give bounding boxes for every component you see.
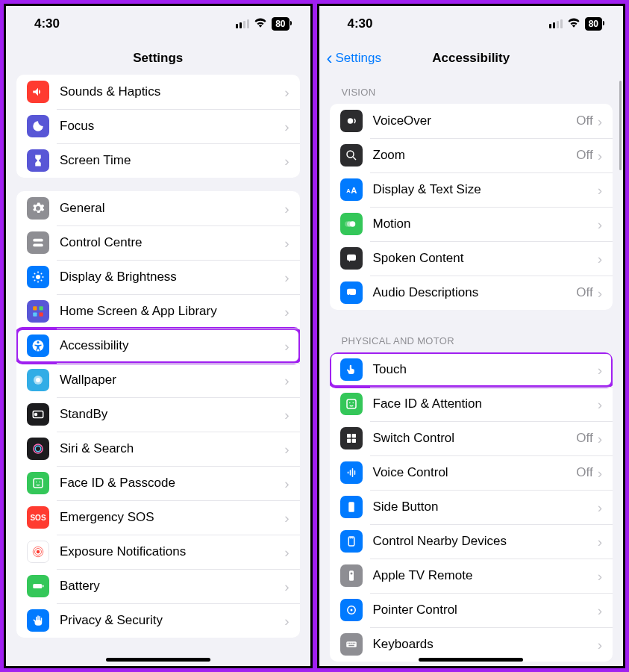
list-group: General › Control Centre › Display & Bri… [16,191,300,638]
svg-rect-55 [349,570,354,581]
row-voiceover[interactable]: VoiceOver Off › [330,104,613,138]
row-pointer-control[interactable]: Pointer Control › [330,593,613,627]
page-title: Accessibility [432,51,510,66]
svg-rect-53 [354,504,356,507]
row-display-brightness[interactable]: Display & Brightness › [16,260,300,294]
row-side-button[interactable]: Side Button › [330,490,613,524]
label: Voice Control [373,465,577,480]
battery-icon [27,575,49,597]
value: Off [576,431,592,446]
settings-list[interactable]: Sounds & Haptics › Focus › Screen Time ›… [6,75,310,666]
row-privacy-security[interactable]: Privacy & Security › [16,603,300,638]
row-siri-search[interactable]: Siri & Search › [16,432,300,466]
svg-line-10 [41,273,43,275]
svg-point-31 [347,118,353,124]
svg-rect-14 [40,313,43,317]
svg-rect-47 [351,439,355,443]
chevron-right-icon: › [598,286,602,300]
row-keyboards[interactable]: Keyboards › [330,627,613,662]
accessibility-screen: 4:30 80 ‹ Settings Accessibility VISION … [317,4,626,668]
row-switch-control[interactable]: Switch Control Off › [330,421,613,455]
battery-indicator: 80 [272,17,289,31]
list-group: Touch › Face ID & Attention › Switch Con… [330,352,613,662]
svg-point-20 [34,413,38,417]
svg-point-38 [345,221,351,227]
row-focus[interactable]: Focus › [16,109,300,143]
svg-rect-41 [347,399,356,408]
svg-line-8 [41,280,43,281]
value: Off [576,148,592,163]
page-title: Settings [133,51,183,66]
label: Display & Text Size [373,182,598,197]
status-bar: 4:30 80 [319,6,624,42]
brightness-icon [27,266,49,288]
label: Audio Descriptions [373,285,577,300]
accessibility-list[interactable]: VISION VoiceOver Off › Zoom Off › AA Dis… [319,75,624,666]
face-id-icon [27,472,49,494]
accessibility-icon [27,335,49,357]
svg-point-43 [352,402,354,404]
section-header-physical: PHYSICAL AND MOTOR [330,323,613,352]
row-accessibility[interactable]: Accessibility › [16,329,300,363]
svg-point-24 [36,482,37,483]
label: Accessibility [60,338,284,353]
svg-rect-63 [352,643,354,644]
row-motion[interactable]: Motion › [330,207,613,241]
row-audio-descriptions[interactable]: Audio Descriptions Off › [330,276,613,310]
svg-rect-13 [33,313,37,317]
status-time: 4:30 [34,16,60,31]
row-touch[interactable]: Touch › [330,352,613,387]
label: Battery [60,579,284,594]
sounds-icon [27,81,49,103]
svg-rect-62 [351,643,352,644]
row-voice-control[interactable]: Voice Control Off › [330,455,613,490]
value: Off [576,113,592,128]
row-wallpaper[interactable]: Wallpaper › [16,363,300,397]
svg-point-25 [40,482,41,483]
screen-time-icon [27,149,49,172]
row-display-text-size[interactable]: AA Display & Text Size › [330,172,613,207]
row-emergency-sos[interactable]: SOS Emergency SOS › [16,500,300,535]
list-group: VoiceOver Off › Zoom Off › AA Display & … [330,104,613,310]
label: Keyboards [373,637,598,652]
home-indicator[interactable] [419,658,523,662]
row-battery[interactable]: Battery › [16,569,300,603]
home-indicator[interactable] [106,658,210,662]
chevron-right-icon: › [284,339,289,353]
svg-rect-52 [348,502,354,512]
row-standby[interactable]: StandBy › [16,397,300,432]
label: Face ID & Attention [373,396,598,411]
svg-line-7 [34,273,36,275]
row-screen-time[interactable]: Screen Time › [16,143,300,178]
svg-rect-61 [349,643,351,644]
label: Emergency SOS [60,510,284,525]
gear-icon [27,197,49,220]
row-face-id-passcode[interactable]: Face ID & Passcode › [16,466,300,500]
svg-point-26 [37,550,40,554]
row-spoken-content[interactable]: Spoken Content › [330,241,613,276]
label: Screen Time [60,153,284,168]
chevron-left-icon: ‹ [327,49,333,67]
value: Off [576,465,592,480]
row-home-screen[interactable]: Home Screen & App Library › [16,294,300,329]
row-zoom[interactable]: Zoom Off › [330,138,613,172]
row-control-nearby[interactable]: Control Nearby Devices › [330,524,613,559]
svg-text:A: A [346,187,351,194]
svg-rect-50 [351,468,353,477]
svg-rect-12 [40,306,43,310]
row-general[interactable]: General › [16,191,300,225]
back-button[interactable]: ‹ Settings [327,49,381,67]
svg-rect-64 [354,643,355,644]
row-face-id-attention[interactable]: Face ID & Attention › [330,387,613,421]
label: Focus [60,119,284,134]
siri-icon [27,438,49,460]
label: Exposure Notifications [60,544,284,559]
row-apple-tv-remote[interactable]: Apple TV Remote › [330,559,613,593]
row-control-centre[interactable]: Control Centre › [16,225,300,260]
row-sounds-haptics[interactable]: Sounds & Haptics › [16,75,300,109]
svg-point-2 [36,275,40,279]
label: Zoom [373,148,577,163]
row-exposure-notifications[interactable]: Exposure Notifications › [16,535,300,569]
chevron-right-icon: › [598,535,602,549]
chevron-right-icon: › [598,363,602,377]
